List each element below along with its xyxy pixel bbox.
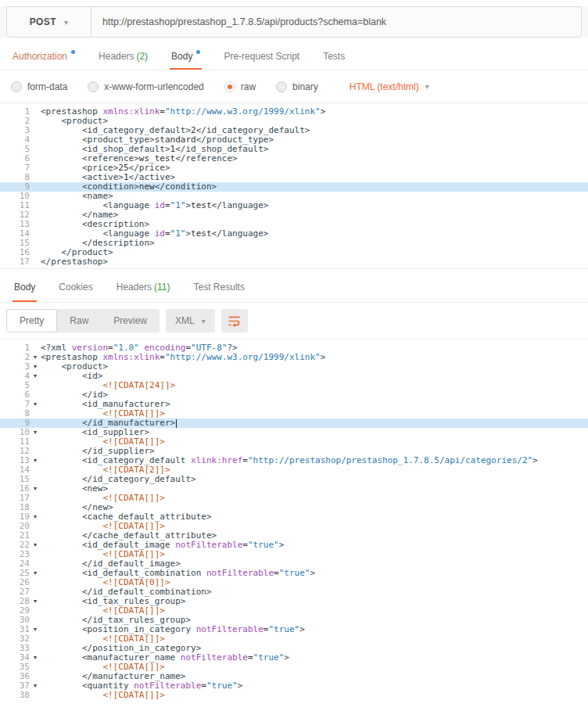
code-line[interactable]: 32 <![CDATA[]]> [0, 634, 588, 644]
view-mode-raw[interactable]: Raw [57, 309, 101, 332]
code-line[interactable]: 35 <![CDATA[]]> [0, 663, 588, 672]
tab-authorization[interactable]: Authorization [11, 44, 77, 70]
code-line[interactable]: 29 <![CDATA[]]> [0, 606, 588, 616]
code-line[interactable]: 14 <![CDATA[2]]> [0, 465, 588, 475]
body-mode-x-www-form-urlencoded[interactable]: x-www-form-urlencoded [88, 81, 203, 92]
tab-headers[interactable]: Headers(2) [97, 44, 149, 70]
code-line[interactable]: 33 </position_in_category> [0, 644, 588, 653]
code-line[interactable]: 25▾ <id_default_combination notFilterabl… [0, 569, 588, 578]
code-line[interactable]: 14 <language id="1">test</language> [0, 229, 588, 239]
fold-toggle-icon[interactable]: ▾ [30, 353, 41, 362]
code-token: encoding [144, 343, 185, 353]
code-line[interactable]: 37▾ <quantity notFilterable="true"> [0, 681, 588, 691]
tab-pre-request-script[interactable]: Pre-request Script [222, 44, 301, 70]
code-token [41, 409, 102, 418]
code-line[interactable]: 28▾ <id_tax_rules_group> [0, 597, 588, 606]
code-line[interactable]: 10▾ <id_supplier> [0, 428, 588, 437]
fold-toggle-icon[interactable]: ▾ [30, 541, 41, 550]
fold-toggle-icon[interactable]: ▾ [30, 569, 41, 578]
method-select[interactable]: POST ▾ [7, 7, 91, 37]
code-line[interactable]: 9 </id_manufacturer> [0, 418, 588, 428]
code-line[interactable]: 3 <id_category_default>2</id_category_de… [0, 126, 588, 135]
code-line[interactable]: 18 </new> [0, 503, 588, 512]
view-mode-pretty[interactable]: Pretty [6, 309, 57, 332]
code-line[interactable]: 16▾ <new> [0, 484, 588, 494]
fold-toggle-icon[interactable]: ▾ [30, 681, 41, 691]
tab-cookies[interactable]: Cookies [57, 274, 94, 302]
fold-toggle-icon[interactable]: ▾ [30, 653, 41, 663]
fold-toggle-icon[interactable]: ▾ [30, 372, 41, 381]
response-body-editor[interactable]: 1<?xml version="1.0" encoding="UTF-8"?>2… [0, 339, 588, 704]
fold-toggle-icon[interactable]: ▾ [30, 400, 41, 409]
code-line[interactable]: 36 </manufacturer_name> [0, 672, 588, 681]
code-line[interactable]: 15 </description> [0, 239, 588, 248]
tab-body[interactable]: Body [170, 44, 202, 70]
code-line[interactable]: 1<?xml version="1.0" encoding="UTF-8"?> [0, 343, 588, 353]
code-token: > [305, 126, 310, 135]
code-line[interactable]: 9 <condition>new</condition> [0, 182, 588, 192]
code-line[interactable]: 20 <![CDATA[]]> [0, 522, 588, 531]
code-line[interactable]: 19▾ <cache_default_attribute> [0, 512, 588, 522]
code-line[interactable]: 11 <language id="1">test</language> [0, 201, 588, 210]
code-line[interactable]: 1<prestashop xmlns:xlink="http://www.w3.… [0, 107, 588, 117]
code-line[interactable]: 12 </name> [0, 210, 588, 220]
code-token: "http://prestashop/prestashop_1.7.8.5/ap… [248, 456, 532, 465]
raw-type-select[interactable]: HTML (text/html) ▾ [350, 81, 429, 92]
code-line[interactable]: 3▾ <product> [0, 362, 588, 372]
code-line[interactable]: 5 <id_shop_default>1</id_shop_default> [0, 145, 588, 154]
code-line[interactable]: 22▾ <id_default_image notFilterable="tru… [0, 541, 588, 550]
code-line[interactable]: 4▾ <id> [0, 372, 588, 381]
code-token [41, 531, 82, 541]
fold-toggle-icon[interactable]: ▾ [30, 484, 41, 494]
tab-tests[interactable]: Tests [321, 44, 346, 70]
code-token: > [310, 569, 315, 578]
code-line[interactable]: 27 </id_default_combination> [0, 587, 588, 597]
code-line[interactable]: 34▾ <manufacturer_name notFilterable="tr… [0, 653, 588, 663]
code-line[interactable]: 7▾ <id_manufacturer> [0, 400, 588, 409]
code-line[interactable]: 6 </id> [0, 390, 588, 400]
code-line[interactable]: 26 <![CDATA[0]]> [0, 578, 588, 587]
code-line[interactable]: 15 </id_category_default> [0, 475, 588, 484]
view-mode-preview[interactable]: Preview [101, 309, 160, 332]
body-mode-binary[interactable]: binary [276, 81, 318, 92]
wrap-lines-button[interactable] [221, 309, 248, 332]
request-body-editor[interactable]: 1<prestashop xmlns:xlink="http://www.w3.… [0, 102, 588, 269]
code-line[interactable]: 38 <![CDATA[]]> [0, 691, 588, 700]
code-line[interactable]: 10 <name> [0, 192, 588, 201]
code-line[interactable]: 17 <![CDATA[]]> [0, 494, 588, 503]
code-line[interactable]: 11 <![CDATA[]]> [0, 437, 588, 447]
fold-toggle-icon[interactable]: ▾ [30, 512, 41, 522]
fold-toggle-icon[interactable]: ▾ [30, 625, 41, 634]
fold-toggle-icon[interactable]: ▾ [30, 428, 41, 437]
fold-toggle-icon[interactable]: ▾ [30, 456, 41, 465]
code-line[interactable]: 5 <![CDATA[24]]> [0, 381, 588, 390]
code-line[interactable]: 31▾ <position_in_category notFilterable=… [0, 625, 588, 634]
code-line[interactable]: 4 <product_type>standard</product_type> [0, 135, 588, 145]
code-line[interactable]: 24 </id_default_image> [0, 559, 588, 569]
code-line[interactable]: 13 <description> [0, 220, 588, 229]
fold-toggle-icon[interactable]: ▾ [30, 362, 41, 372]
code-line[interactable]: 30 </id_tax_rules_group> [0, 616, 588, 625]
code-line[interactable]: 8 <active>1</active> [0, 173, 588, 182]
code-line[interactable]: 12 </id_supplier> [0, 447, 588, 456]
code-line[interactable]: 23 <![CDATA[]]> [0, 550, 588, 559]
fold-toggle-icon[interactable]: ▾ [30, 597, 41, 606]
code-line[interactable]: 21 </cache_default_attribute> [0, 531, 588, 541]
body-mode-raw[interactable]: raw [224, 81, 256, 92]
code-line[interactable]: 8 <![CDATA[]]> [0, 409, 588, 418]
code-line[interactable]: 7 <price>25</price> [0, 163, 588, 173]
code-line[interactable]: 17</prestashop> [0, 257, 588, 267]
tab-headers[interactable]: Headers(11) [115, 274, 172, 302]
code-token [41, 210, 82, 220]
tab-body[interactable]: Body [13, 274, 37, 302]
response-format-select[interactable]: XML ▾ [166, 309, 215, 332]
tab-test-results[interactable]: Test Results [192, 274, 246, 302]
url-input[interactable]: http://prestashop/prestashop_1.7.8.5/api… [91, 7, 581, 37]
code-line[interactable]: 2 <product> [0, 117, 588, 126]
code-line[interactable]: 16 </product> [0, 248, 588, 257]
code-line[interactable]: 6 <reference>ws_test</reference> [0, 154, 588, 163]
body-mode-form-data[interactable]: form-data [11, 81, 67, 92]
code-line[interactable]: 13▾ <id_category_default xlink:href="htt… [0, 456, 588, 465]
code-line[interactable]: 2▾<prestashop xmlns:xlink="http://www.w3… [0, 353, 588, 362]
code-text: </id_category_default> [41, 475, 588, 484]
